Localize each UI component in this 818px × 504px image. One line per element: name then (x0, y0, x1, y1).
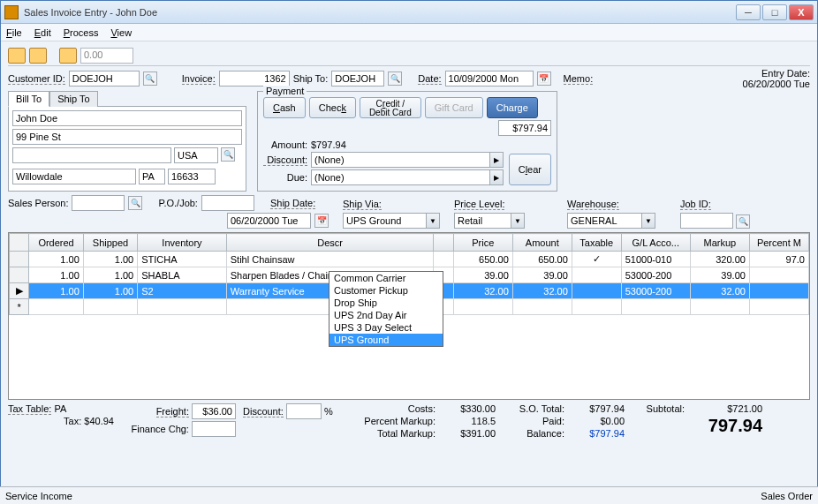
billto-line3[interactable] (12, 147, 171, 163)
window-title: Sales Invoice Entry - John Doe (24, 7, 736, 18)
discount-label: Discount: (263, 154, 307, 166)
date-label: Date: (418, 73, 441, 85)
discount-pct-field[interactable] (286, 403, 322, 419)
date-calendar-icon[interactable]: 📅 (537, 71, 551, 86)
shipdate-field[interactable] (227, 213, 311, 229)
tab-billto[interactable]: Bill To (8, 91, 49, 107)
menu-file[interactable]: File (6, 27, 22, 38)
salesperson-lookup-icon[interactable]: 🔍 (128, 196, 142, 210)
pojob-label: P.O./Job: (158, 198, 197, 208)
jobid-label: Job ID: (680, 199, 711, 210)
toolbar-icon-3[interactable] (59, 48, 77, 64)
customer-id-field[interactable] (69, 71, 140, 87)
billto-street[interactable] (12, 129, 242, 145)
clear-button[interactable]: Clear (509, 154, 551, 185)
pricelevel-label: Price Level: (454, 199, 504, 210)
status-left: Service Income (5, 491, 72, 501)
pricelevel-combo[interactable]: Retail▼ (454, 213, 525, 229)
discount-combo[interactable]: (None)▶ (311, 152, 504, 168)
menu-edit[interactable]: Edit (34, 27, 51, 38)
jobid-field[interactable] (680, 213, 733, 229)
amount-label: Amount: (263, 139, 307, 150)
payment-legend: Payment (263, 86, 307, 96)
date-field[interactable] (445, 71, 534, 87)
billto-city[interactable] (12, 169, 136, 184)
entry-date-value: 06/20/2000 Tue (743, 79, 810, 89)
shipvia-combo[interactable]: UPS Ground▼ (343, 213, 440, 229)
status-right: Sales Order (761, 491, 813, 501)
check-button[interactable]: Check (309, 97, 356, 118)
warehouse-label: Warehouse: (567, 199, 619, 210)
pojob-field[interactable] (201, 195, 254, 211)
shipvia-label: Ship Via: (343, 199, 382, 210)
billto-country[interactable] (174, 147, 218, 163)
toolbar-icon-1[interactable] (8, 48, 26, 64)
menu-view[interactable]: View (110, 27, 132, 38)
billto-name[interactable] (12, 110, 242, 126)
amount-value: $797.94 (311, 139, 346, 150)
giftcard-button: Gift Card (425, 97, 483, 118)
entry-date-label: Entry Date: (743, 68, 810, 79)
shipvia-dropdown-list[interactable]: Common CarrierCustomer PickupDrop ShipUP… (329, 271, 443, 347)
shipvia-option[interactable]: UPS Ground (329, 334, 443, 346)
invoice-field[interactable] (219, 71, 290, 87)
menu-process[interactable]: Process (64, 27, 99, 38)
salesperson-field[interactable] (72, 195, 125, 211)
cash-button[interactable]: Cash (263, 97, 306, 118)
grand-total: 797.94 (692, 416, 762, 436)
charge-button[interactable]: Charge (487, 97, 538, 118)
shipvia-option[interactable]: Customer Pickup (329, 284, 443, 297)
finance-field[interactable] (192, 421, 236, 437)
shipdate-label: Ship Date: (270, 198, 315, 209)
toolbar-value: 0.00 (80, 48, 133, 64)
shipvia-option[interactable]: Drop Ship (329, 297, 443, 309)
shipto-label: Ship To: (293, 73, 329, 84)
country-lookup-icon[interactable]: 🔍 (221, 147, 235, 162)
warehouse-combo[interactable]: GENERAL▼ (567, 213, 655, 229)
memo-label: Memo: (564, 73, 594, 85)
customer-lookup-icon[interactable]: 🔍 (143, 71, 157, 86)
shipvia-option[interactable]: UPS 2nd Day Air (329, 309, 443, 321)
salesperson-label: Sales Person: (8, 198, 68, 208)
jobid-lookup-icon[interactable]: 🔍 (736, 214, 750, 229)
tab-shipto[interactable]: Ship To (49, 91, 98, 107)
credit-button[interactable]: Credit /Debit Card (360, 97, 421, 118)
due-combo[interactable]: (None)▶ (311, 169, 504, 185)
shipto-lookup-icon[interactable]: 🔍 (388, 71, 402, 86)
invoice-label: Invoice: (182, 73, 216, 85)
app-icon (4, 5, 19, 19)
toolbar-icon-2[interactable] (29, 48, 47, 64)
shipdate-calendar-icon[interactable]: 📅 (314, 214, 329, 228)
charge-amount[interactable] (498, 120, 551, 136)
billto-state[interactable] (139, 169, 165, 184)
shipto-field[interactable] (331, 71, 384, 87)
minimize-button[interactable]: ─ (736, 4, 761, 20)
billto-zip[interactable] (168, 169, 216, 184)
due-label: Due: (263, 172, 307, 183)
freight-field[interactable] (192, 403, 236, 419)
maximize-button[interactable]: □ (762, 4, 787, 20)
table-row[interactable]: 1.001.00STICHAStihl Chainsaw650.00650.00… (10, 252, 809, 267)
close-button[interactable]: X (789, 4, 814, 20)
customer-id-label: Customer ID: (8, 73, 65, 85)
shipvia-option[interactable]: UPS 3 Day Select (329, 321, 443, 334)
shipvia-option[interactable]: Common Carrier (329, 272, 443, 284)
